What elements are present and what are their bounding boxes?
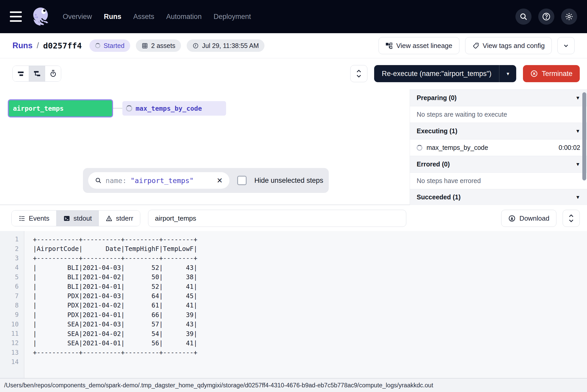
step-node-airport-temps[interactable]: airport_temps: [8, 99, 113, 117]
view-asset-lineage-button[interactable]: View asset lineage: [379, 37, 459, 54]
log-line: 1 +-----------+----------+---------+----…: [0, 235, 587, 244]
nav-item-overview[interactable]: Overview: [63, 13, 92, 21]
step-edge: [113, 108, 122, 109]
panel-scrollbar[interactable]: [582, 92, 586, 180]
terminate-button[interactable]: Terminate: [523, 65, 580, 82]
download-icon: [508, 215, 516, 222]
download-button[interactable]: Download: [501, 210, 556, 227]
run-header: Runs / d0257ff4 Started 2 assets Jul 29,…: [0, 33, 587, 58]
caret-down-icon: ▼: [575, 162, 580, 167]
line-text: | BLI|2021-04-02| 50| 38|: [33, 273, 197, 281]
lineage-icon: [386, 42, 393, 49]
timer-view-icon[interactable]: [45, 66, 61, 81]
breadcrumb-runs-link[interactable]: Runs: [12, 41, 33, 50]
panel-empty-preparing: No steps are waiting to execute: [410, 106, 587, 123]
line-text: | SEA|2021-04-03| 57| 43|: [33, 320, 197, 328]
step-filter-input[interactable]: name:"airport_temps" ✕: [88, 172, 229, 189]
zoom-expander-button[interactable]: [350, 65, 367, 82]
log-line: 3 +-----------+----------+---------+----…: [0, 254, 587, 263]
line-number: 8: [0, 302, 24, 309]
line-number: 11: [0, 330, 24, 337]
panel-section-succeeded[interactable]: Succeeded (1) ▼: [410, 189, 587, 205]
re-execute-dropdown-icon[interactable]: ▾: [499, 65, 516, 82]
menu-icon[interactable]: [10, 11, 23, 22]
line-text: | PDX|2021-04-02| 61| 41|: [33, 302, 197, 309]
panel-executing-step-row[interactable]: max_temps_by_code 0:00:02: [410, 139, 587, 156]
up-down-chevrons-icon: [356, 69, 362, 78]
panel-empty-errored: No steps have errored: [410, 173, 587, 189]
log-expander-button[interactable]: [563, 210, 580, 227]
line-number: 2: [0, 245, 24, 253]
nav-item-runs[interactable]: Runs: [104, 13, 122, 21]
help-icon[interactable]: [538, 9, 554, 25]
warning-triangle-icon: [106, 215, 113, 222]
step-spinner-icon: [126, 105, 132, 111]
log-line: 8 | PDX|2021-04-02| 61| 41|: [0, 301, 587, 310]
line-number: 4: [0, 264, 24, 271]
line-number: 3: [0, 255, 24, 262]
clear-filter-icon[interactable]: ✕: [217, 176, 223, 185]
assets-badge[interactable]: 2 assets: [136, 39, 181, 52]
nav-item-assets[interactable]: Assets: [133, 13, 154, 21]
settings-gear-icon[interactable]: [561, 9, 577, 25]
terminal-icon: [63, 215, 70, 222]
caret-down-icon: ▼: [575, 128, 580, 134]
run-header-actions: View asset lineage View tags and config: [379, 37, 575, 54]
nav-item-deployment[interactable]: Deployment: [214, 13, 251, 21]
asset-grid-icon: [142, 43, 148, 49]
log-toolbar: Events stdout stderr airport_te: [0, 206, 587, 231]
gantt-flat-view-icon[interactable]: [13, 66, 29, 81]
timestamp-badge: Jul 29, 11:38:55 AM: [187, 39, 264, 52]
log-line: 4 | BLI|2021-04-03| 52| 43|: [0, 263, 587, 272]
line-number: 10: [0, 321, 24, 328]
nav-item-automation[interactable]: Automation: [166, 13, 202, 21]
line-text: +-----------+----------+---------+------…: [33, 254, 197, 262]
panel-section-executing[interactable]: Executing (1) ▼: [410, 123, 587, 139]
line-text: |AirportCode| Date|TempHighF|TempLowF|: [33, 245, 197, 253]
log-step-selector-input[interactable]: airport_temps: [148, 210, 406, 227]
primary-nav: Overview Runs Assets Automation Deployme…: [63, 13, 251, 21]
tab-events[interactable]: Events: [12, 211, 56, 226]
top-navbar: Overview Runs Assets Automation Deployme…: [0, 0, 587, 33]
chevron-down-icon: [563, 42, 569, 49]
hide-unselected-label: Hide unselected steps: [254, 177, 323, 185]
gantt-view-toggle: [12, 66, 61, 82]
panel-section-preparing[interactable]: Preparing (0) ▼: [410, 90, 587, 106]
status-badge: Started: [89, 39, 130, 52]
re-execute-button[interactable]: Re-execute (name:"airport_temps") ▾: [374, 65, 516, 82]
hide-unselected-checkbox[interactable]: [237, 176, 247, 185]
tab-stdout[interactable]: stdout: [56, 211, 99, 226]
log-line: 11 | SEA|2021-04-02| 54| 39|: [0, 329, 587, 338]
step-node-max-temps-by-code[interactable]: max_temps_by_code: [122, 101, 226, 116]
events-list-icon: [18, 215, 25, 222]
line-text: +-----------+----------+---------+------…: [33, 349, 197, 356]
header-more-actions-button[interactable]: [557, 37, 575, 54]
run-id: d0257ff4: [43, 41, 82, 50]
panel-section-errored[interactable]: Errored (0) ▼: [410, 156, 587, 173]
line-number: 9: [0, 311, 24, 318]
view-tags-config-button[interactable]: View tags and config: [465, 37, 552, 54]
dagster-logo-icon[interactable]: [30, 5, 52, 28]
line-text: | SEA|2021-04-02| 54| 39|: [33, 330, 197, 338]
line-text: | PDX|2021-04-01| 66| 39|: [33, 311, 197, 319]
line-text: | SEA|2021-04-01| 56| 41|: [33, 339, 197, 347]
terminate-icon: [530, 70, 538, 78]
line-text: | BLI|2021-04-03| 52| 43|: [33, 264, 197, 271]
caret-down-icon: ▼: [575, 194, 580, 200]
line-number: 6: [0, 283, 24, 290]
up-down-chevrons-icon: [568, 214, 574, 223]
run-toolbar: Re-execute (name:"airport_temps") ▾ Term…: [0, 58, 587, 89]
step-filter-bar: name:"airport_temps" ✕ Hide unselected s…: [83, 168, 329, 193]
gantt-chart-area: airport_temps max_temps_by_code name:"ai…: [0, 89, 587, 205]
log-line: 12 | SEA|2021-04-01| 56| 41|: [0, 338, 587, 348]
elapsed-time: 0:00:02: [559, 144, 580, 151]
search-icon[interactable]: [515, 9, 532, 25]
log-line: 9 | PDX|2021-04-01| 66| 39|: [0, 310, 587, 319]
gantt-waterfall-view-icon[interactable]: [29, 66, 45, 81]
caret-down-icon: ▼: [575, 95, 580, 101]
log-type-tabs: Events stdout stderr: [11, 210, 140, 226]
log-lines: 1 +-----------+----------+---------+----…: [0, 235, 587, 367]
log-output: 1 +-----------+----------+---------+----…: [0, 231, 587, 378]
log-line: 2 |AirportCode| Date|TempHighF|TempLowF|: [0, 244, 587, 253]
tab-stderr[interactable]: stderr: [99, 211, 140, 226]
